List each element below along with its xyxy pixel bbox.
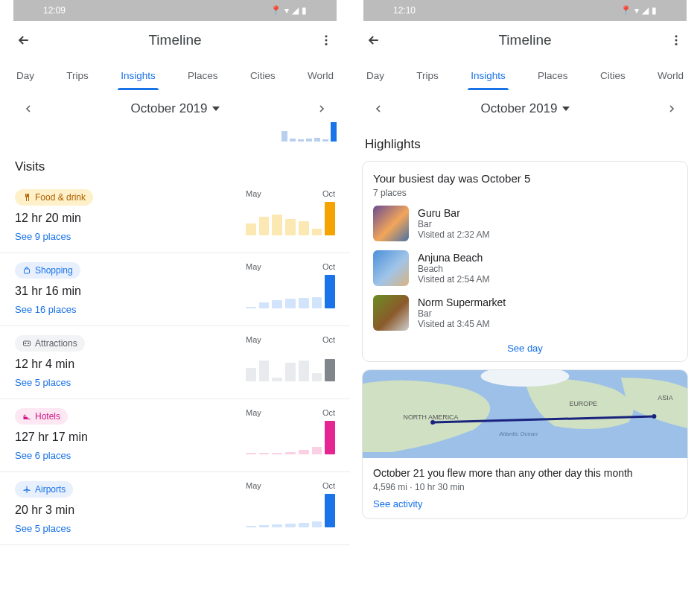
place-row[interactable]: Norm Supermarket Bar Visited at 3:45 AM [373, 295, 677, 331]
see-places-link[interactable]: See 6 places [15, 450, 246, 461]
see-places-link[interactable]: See 5 places [15, 377, 246, 388]
location-icon: 📍 [620, 5, 631, 16]
more-vert-icon [669, 34, 683, 47]
visit-row[interactable]: Shopping 31 hr 16 min See 16 places MayO… [0, 253, 350, 326]
tab-cities[interactable]: Cities [596, 63, 630, 89]
see-activity-link[interactable]: See activity [373, 498, 677, 509]
tab-places[interactable]: Places [533, 63, 573, 89]
tab-trips[interactable]: Trips [412, 63, 443, 89]
tab-insights[interactable]: Insights [116, 63, 160, 89]
map-label-ao: Atlantic Ocean [498, 431, 538, 437]
overflow-menu[interactable] [666, 30, 687, 51]
visit-chart: MayOct [246, 189, 335, 242]
status-icons: 📍 ▾ ◢ ▮ [270, 5, 307, 16]
see-places-link[interactable]: See 5 places [15, 523, 246, 534]
place-type: Beach [418, 264, 490, 274]
month-next[interactable] [666, 103, 678, 115]
chart-from-label: May [246, 408, 261, 417]
attractions-icon [22, 339, 31, 348]
place-row[interactable]: Anjuna Beach Beach Visited at 2:54 AM [373, 250, 677, 286]
flight-card[interactable]: NORTH AMERICA EUROPE ASIA Atlantic Ocean… [362, 369, 688, 519]
visit-row[interactable]: Food & drink 12 hr 20 min See 9 places M… [0, 180, 350, 253]
chart-to-label: Oct [322, 408, 335, 417]
visit-duration: 12 hr 4 min [15, 358, 246, 371]
visit-duration: 127 hr 17 min [15, 431, 246, 444]
shopping-icon [22, 266, 31, 275]
visit-duration: 12 hr 20 min [15, 212, 246, 225]
app-bar: Timeline [350, 21, 700, 60]
map-label-asia: ASIA [658, 394, 672, 401]
see-places-link[interactable]: See 16 places [15, 304, 246, 315]
svg-rect-3 [25, 269, 30, 273]
chevron-left-icon [22, 103, 34, 115]
tab-day[interactable]: Day [12, 63, 39, 89]
flight-detail: 4,596 mi · 10 hr 30 min [373, 482, 677, 492]
visit-chart: MayOct [246, 335, 335, 388]
place-name: Anjuna Beach [418, 252, 490, 264]
chevron-right-icon [316, 103, 328, 115]
visit-chart: MayOct [246, 408, 335, 461]
see-places-link[interactable]: See 9 places [15, 231, 246, 242]
location-icon: 📍 [270, 5, 281, 16]
month-next[interactable] [316, 103, 328, 115]
back-button[interactable] [13, 30, 34, 51]
signal-icon: ◢ [642, 5, 649, 16]
svg-point-14 [652, 414, 656, 419]
visit-chart: MayOct [246, 481, 335, 534]
month-prev[interactable] [372, 103, 384, 115]
app-bar: Timeline [0, 21, 350, 60]
place-thumbnail [373, 250, 409, 286]
month-prev[interactable] [22, 103, 34, 115]
chart-from-label: May [246, 262, 261, 271]
month-selector[interactable]: October 2019 [480, 101, 569, 116]
chip-label: Airports [35, 484, 66, 495]
chevron-right-icon [666, 103, 678, 115]
tab-cities[interactable]: Cities [246, 63, 280, 89]
map-label-na: NORTH AMERICA [404, 413, 459, 421]
visit-chart: MayOct [246, 262, 335, 315]
chevron-left-icon [372, 103, 384, 115]
visit-duration: 31 hr 16 min [15, 285, 246, 298]
category-chip: Shopping [15, 262, 80, 279]
place-type: Bar [418, 308, 506, 319]
visit-row[interactable]: Attractions 12 hr 4 min See 5 places May… [0, 326, 350, 399]
chart-from-label: May [246, 481, 261, 490]
tab-day[interactable]: Day [362, 63, 389, 89]
wifi-icon: ▾ [634, 5, 639, 16]
chip-label: Shopping [35, 265, 73, 276]
map-image: NORTH AMERICA EUROPE ASIA Atlantic Ocean [363, 370, 687, 458]
busiest-day-card[interactable]: Your busiest day was October 5 7 places … [362, 161, 688, 362]
status-time: 12:09 [43, 5, 66, 16]
category-chip: Attractions [15, 335, 85, 352]
phone-left: 12:09 📍 ▾ ◢ ▮ Timeline DayTripsInsightsP… [0, 0, 350, 616]
restaurant-icon [22, 193, 31, 202]
busiest-places-list: Guru Bar Bar Visited at 2:32 AM Anjuna B… [373, 206, 677, 331]
back-button[interactable] [363, 30, 384, 51]
flight-headline: October 21 you flew more than any other … [373, 467, 677, 479]
place-name: Guru Bar [418, 207, 490, 219]
tab-trips[interactable]: Trips [62, 63, 93, 89]
month-selector[interactable]: October 2019 [130, 101, 219, 116]
more-vert-icon [319, 34, 333, 47]
visit-row[interactable]: Airports 20 hr 3 min See 5 places MayOct [0, 472, 350, 545]
busiest-title: Your busiest day was October 5 [373, 172, 677, 185]
tab-world[interactable]: World [303, 63, 338, 89]
place-thumbnail [373, 295, 409, 331]
place-visited-time: Visited at 3:45 AM [418, 319, 506, 329]
visit-row[interactable]: Hotels 127 hr 17 min See 6 places MayOct [0, 399, 350, 472]
chart-to-label: Oct [322, 481, 335, 490]
overflow-menu[interactable] [316, 30, 337, 51]
visits-heading: Visits [0, 145, 350, 180]
status-time: 12:10 [393, 5, 416, 16]
tab-insights[interactable]: Insights [466, 63, 510, 89]
tab-world[interactable]: World [653, 63, 688, 89]
highlights-heading: Highlights [350, 122, 700, 158]
tab-places[interactable]: Places [183, 63, 223, 89]
place-type: Bar [418, 219, 490, 229]
busiest-count: 7 places [373, 188, 677, 198]
place-row[interactable]: Guru Bar Bar Visited at 2:32 AM [373, 206, 677, 241]
month-nav: October 2019 [350, 91, 700, 122]
visits-list: Food & drink 12 hr 20 min See 9 places M… [0, 180, 350, 545]
see-day-link[interactable]: See day [373, 340, 677, 354]
svg-point-1 [325, 39, 328, 42]
